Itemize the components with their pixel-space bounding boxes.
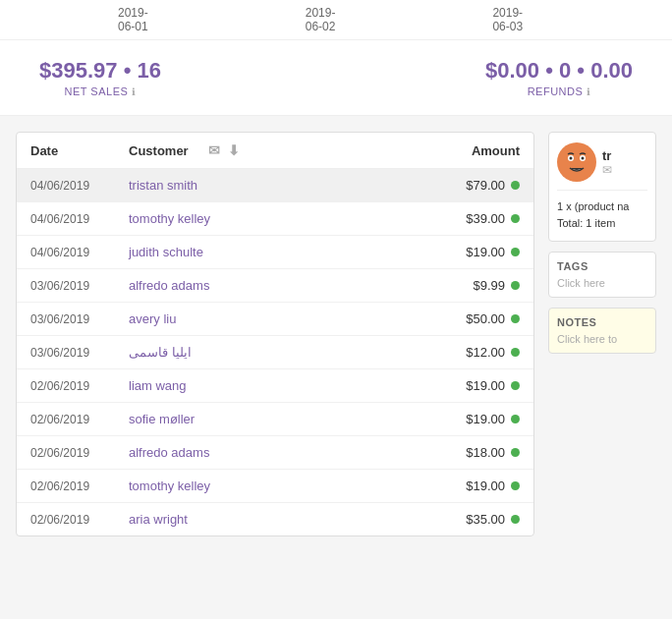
- envelope-icon[interactable]: ✉: [208, 142, 220, 158]
- date-label-1: 2019-06-01: [118, 6, 148, 33]
- row-amount: $9.99: [441, 278, 520, 293]
- export-icon[interactable]: ⬇: [228, 142, 240, 158]
- row-date: 03/06/2019: [30, 312, 129, 326]
- row-customer[interactable]: liam wang: [129, 378, 382, 393]
- row-date: 04/06/2019: [30, 212, 129, 226]
- table-row[interactable]: 03/06/2019 alfredo adams $9.99: [17, 269, 533, 303]
- customer-name-initial: tr: [602, 148, 612, 163]
- notes-click-here[interactable]: Click here to: [557, 333, 647, 345]
- row-date: 02/06/2019: [30, 446, 129, 460]
- refunds-info-icon[interactable]: ℹ: [587, 86, 591, 97]
- status-dot: [511, 515, 520, 524]
- status-dot: [511, 415, 520, 423]
- table-row[interactable]: 02/06/2019 liam wang $19.00: [17, 369, 533, 403]
- notes-card: NOTES Click here to: [548, 308, 656, 354]
- row-customer[interactable]: tomothy kelley: [129, 211, 382, 226]
- refunds-label: REFUNDS ℹ: [485, 85, 633, 97]
- row-date: 04/06/2019: [30, 246, 129, 259]
- row-customer[interactable]: judith schulte: [129, 245, 382, 259]
- row-customer[interactable]: tristan smith: [129, 178, 382, 193]
- row-customer[interactable]: ایلیا قاسمی: [129, 345, 382, 360]
- avatar: [557, 142, 596, 182]
- row-date: 04/06/2019: [30, 179, 129, 193]
- col-header-amount: Amount: [441, 143, 520, 158]
- stats-row: $395.97 • 16 NET SALES ℹ $0.00 • 0 • 0.0…: [0, 40, 672, 116]
- customer-avatar-row: tr ✉: [557, 142, 647, 182]
- customer-email-icon[interactable]: ✉: [602, 163, 612, 177]
- row-customer[interactable]: alfredo adams: [129, 278, 382, 293]
- avatar-svg: [559, 144, 594, 180]
- tags-title: TAGS: [557, 260, 647, 272]
- status-dot: [511, 381, 520, 390]
- right-panel: tr ✉ 1 x (product na Total: 1 item TAGS …: [548, 132, 656, 536]
- table-row[interactable]: 04/06/2019 tristan smith $79.00: [17, 169, 533, 202]
- table-action-icons: ✉ ⬇: [208, 142, 240, 158]
- table-row[interactable]: 02/06/2019 sofie møller $19.00: [17, 403, 533, 436]
- status-dot: [511, 181, 520, 190]
- status-dot: [511, 348, 520, 357]
- date-label-3: 2019-06-03: [492, 6, 523, 33]
- col-header-date: Date: [30, 143, 129, 158]
- status-dot: [511, 214, 520, 223]
- col-header-customer: Customer ✉ ⬇: [129, 142, 382, 158]
- table-row[interactable]: 02/06/2019 aria wright $35.00: [17, 503, 533, 535]
- svg-point-3: [570, 157, 573, 160]
- order-line: 1 x (product na: [557, 198, 647, 215]
- row-date: 02/06/2019: [30, 513, 129, 527]
- svg-point-0: [559, 144, 594, 180]
- refunds-value: $0.00 • 0 • 0.00: [485, 58, 633, 84]
- order-info: 1 x (product na Total: 1 item: [557, 198, 647, 231]
- net-sales-value: $395.97 • 16: [39, 58, 161, 84]
- row-customer[interactable]: tomothy kelley: [129, 478, 382, 493]
- notes-title: NOTES: [557, 316, 647, 328]
- row-amount: $19.00: [441, 478, 520, 493]
- row-amount: $19.00: [441, 245, 520, 259]
- row-customer[interactable]: avery liu: [129, 311, 382, 326]
- status-dot: [511, 481, 520, 490]
- net-sales-info-icon[interactable]: ℹ: [132, 86, 137, 97]
- customer-name-area: tr ✉: [602, 148, 612, 177]
- row-date: 03/06/2019: [30, 279, 129, 293]
- table-row[interactable]: 02/06/2019 alfredo adams $18.00: [17, 436, 533, 470]
- row-date: 02/06/2019: [30, 379, 129, 393]
- row-amount: $39.00: [441, 211, 520, 226]
- tags-card: TAGS Click here: [548, 252, 656, 298]
- date-bar: 2019-06-01 2019-06-02 2019-06-03 2019-..…: [0, 0, 672, 40]
- row-amount: $35.00: [441, 512, 520, 527]
- row-amount: $19.00: [441, 412, 520, 426]
- table-row[interactable]: 02/06/2019 tomothy kelley $19.00: [17, 470, 533, 503]
- tags-click-here[interactable]: Click here: [557, 277, 647, 289]
- order-total: Total: 1 item: [557, 215, 647, 232]
- table-row[interactable]: 03/06/2019 avery liu $50.00: [17, 303, 533, 336]
- date-label-2: 2019-06-02: [306, 6, 336, 33]
- row-date: 03/06/2019: [30, 346, 129, 360]
- refunds-block: $0.00 • 0 • 0.00 REFUNDS ℹ: [485, 58, 633, 97]
- row-date: 02/06/2019: [30, 479, 129, 493]
- customer-card: tr ✉ 1 x (product na Total: 1 item: [548, 132, 656, 242]
- svg-point-4: [582, 157, 585, 160]
- table-row[interactable]: 03/06/2019 ایلیا قاسمی $12.00: [17, 336, 533, 369]
- status-dot: [511, 248, 520, 256]
- table-row[interactable]: 04/06/2019 judith schulte $19.00: [17, 236, 533, 269]
- row-amount: $19.00: [441, 378, 520, 393]
- orders-table-panel: Date Customer ✉ ⬇ Amount 04/06/2019 tris…: [16, 132, 534, 536]
- row-customer[interactable]: alfredo adams: [129, 445, 382, 460]
- net-sales-block: $395.97 • 16 NET SALES ℹ: [39, 58, 161, 97]
- net-sales-label: NET SALES ℹ: [39, 85, 161, 97]
- row-date: 02/06/2019: [30, 413, 129, 426]
- row-amount: $79.00: [441, 178, 520, 193]
- row-customer[interactable]: aria wright: [129, 512, 382, 527]
- row-amount: $50.00: [441, 311, 520, 326]
- customer-divider: [557, 190, 647, 191]
- main-content: Date Customer ✉ ⬇ Amount 04/06/2019 tris…: [0, 116, 672, 552]
- table-row[interactable]: 04/06/2019 tomothy kelley $39.00: [17, 202, 533, 236]
- status-dot: [511, 448, 520, 457]
- status-dot: [511, 314, 520, 323]
- row-customer[interactable]: sofie møller: [129, 412, 382, 426]
- status-dot: [511, 281, 520, 290]
- row-amount: $18.00: [441, 445, 520, 460]
- table-header: Date Customer ✉ ⬇ Amount: [17, 133, 533, 169]
- row-amount: $12.00: [441, 345, 520, 360]
